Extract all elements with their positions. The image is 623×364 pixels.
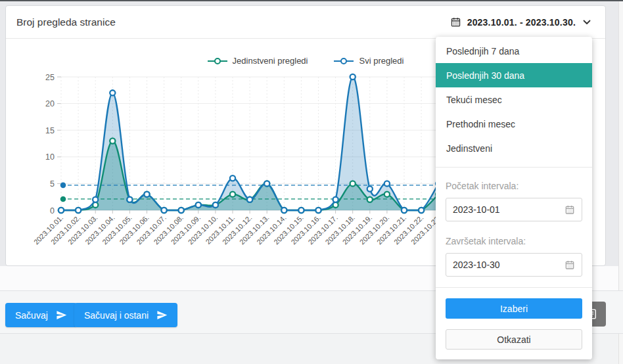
legend-label: Jedinstveni pregledi — [233, 56, 308, 66]
svg-text:10: 10 — [45, 152, 55, 162]
menu-item-1[interactable]: Poslednjih 30 dana — [436, 63, 592, 87]
svg-text:25: 25 — [45, 73, 55, 82]
end-date-value: 2023-10-30 — [453, 260, 500, 270]
menu-item-3[interactable]: Prethodni mesec — [436, 112, 592, 136]
send-icon — [56, 309, 67, 321]
calendar-icon — [450, 16, 461, 28]
legend-item-1[interactable]: Svi pregledi — [334, 56, 404, 66]
divider — [436, 167, 592, 168]
legend-marker-icon — [208, 57, 227, 65]
end-interval-label: Završetak intervala: — [446, 236, 582, 246]
start-interval-label: Početak intervala: — [446, 181, 582, 191]
save-and-stay-button-label: Sačuvaj i ostani — [84, 310, 149, 321]
calendar-icon[interactable] — [565, 260, 575, 270]
save-button[interactable]: Sačuvaj — [5, 303, 77, 327]
calendar-icon[interactable] — [565, 204, 575, 215]
divider — [436, 287, 592, 288]
date-range-button[interactable]: 2023.10.01. - 2023.10.30. — [450, 16, 591, 28]
end-date-input[interactable]: 2023-10-30 — [446, 253, 582, 277]
date-range-dropdown: Poslednjih 7 danaPoslednjih 30 danaTekuć… — [436, 37, 592, 359]
legend-item-0[interactable]: Jedinstveni pregledi — [208, 56, 308, 66]
card-header: Broj pregleda stranice 2023.10.01. - 202… — [6, 6, 605, 39]
menu-item-2[interactable]: Tekući mesec — [436, 87, 592, 112]
date-range-label: 2023.10.01. - 2023.10.30. — [467, 17, 576, 28]
cancel-button[interactable]: Otkazati — [446, 329, 582, 350]
save-button-label: Sačuvaj — [15, 310, 48, 321]
start-date-value: 2023-10-01 — [453, 204, 500, 215]
save-and-stay-button[interactable]: Sačuvaj i ostani — [74, 303, 177, 327]
choose-button[interactable]: Izaberi — [446, 298, 582, 319]
menu-item-0[interactable]: Poslednjih 7 dana — [436, 39, 592, 63]
svg-text:0: 0 — [50, 206, 55, 216]
page-title: Broj pregleda stranice — [16, 16, 116, 28]
legend-marker-icon — [334, 57, 354, 65]
date-range-menu: Poslednjih 7 danaPoslednjih 30 danaTekuć… — [436, 37, 592, 160]
start-date-input[interactable]: 2023-10-01 — [446, 198, 582, 221]
legend-label: Svi pregledi — [359, 56, 404, 66]
svg-text:20: 20 — [45, 99, 55, 108]
send-icon — [156, 309, 168, 321]
chevron-down-icon — [583, 20, 591, 25]
svg-text:15: 15 — [45, 126, 55, 135]
svg-text:5: 5 — [50, 179, 55, 189]
menu-item-4[interactable]: Jedinstveni — [436, 136, 592, 160]
window-top-edge — [0, 0, 623, 1]
